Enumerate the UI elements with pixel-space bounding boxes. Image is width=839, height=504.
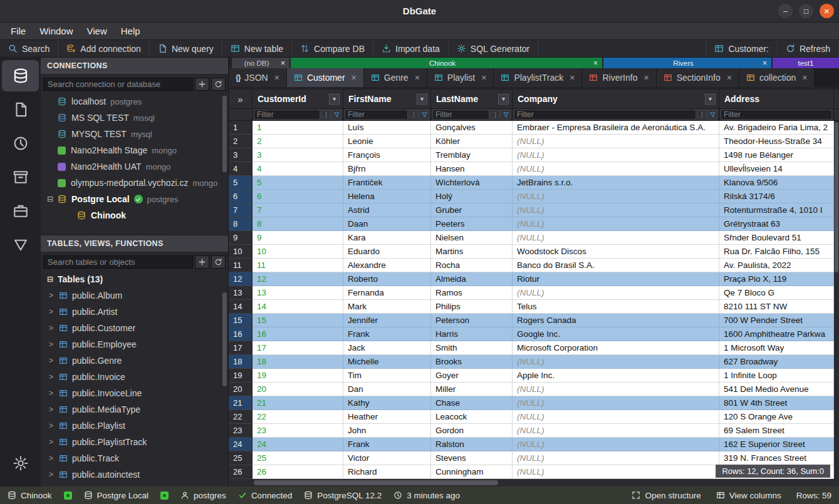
cell-lastname[interactable]: Gonçalves — [431, 121, 513, 135]
status-postgre-local[interactable]: Postgre Local — [84, 491, 149, 500]
cell-company[interactable]: (NULL) — [513, 438, 719, 451]
cell-lastname[interactable]: Brooks — [431, 355, 513, 369]
cell-firstname[interactable]: Roberto — [343, 272, 431, 286]
connection-item-olympus-medportal-vychozi-cz[interactable]: olympus-medportal.vychozi.czmongo — [41, 175, 228, 191]
close-icon[interactable]: × — [281, 59, 285, 68]
table-row[interactable]: 1313FernandaRamos(NULL)Qe 7 Bloco G — [229, 286, 839, 300]
tables-group-row[interactable]: ⊟ Tables (13) — [41, 271, 228, 287]
cell-company[interactable]: Embraer - Empresa Brasileira de Aeronáut… — [513, 121, 719, 135]
cell-address[interactable]: Av. Paulista, 2022 — [719, 259, 834, 272]
cell-company[interactable]: (NULL) — [513, 162, 719, 176]
cell-customerid[interactable]: 24 — [253, 438, 343, 451]
status-connected[interactable]: Connected — [238, 491, 292, 500]
cell-firstname[interactable]: Jennifer — [343, 314, 431, 327]
toolbar-compare-db-button[interactable]: Compare DB — [292, 40, 373, 57]
db-group-rivers[interactable]: Rivers× — [603, 58, 771, 68]
table-row[interactable]: 1010EduardoMartinsWoodstock DiscosRua Dr… — [229, 245, 839, 259]
table-item-public-track[interactable]: >public.Track — [41, 450, 228, 466]
cell-lastname[interactable]: Rocha — [431, 259, 513, 272]
cell-lastname[interactable]: Philips — [431, 300, 513, 314]
cell-lastname[interactable]: Peeters — [431, 217, 513, 231]
cell-customerid[interactable]: 20 — [253, 383, 343, 396]
cell-address[interactable]: Qe 7 Bloco G — [719, 286, 834, 300]
table-row[interactable]: 99KaraNielsen(NULL)Sřnder Boulevard 51 — [229, 231, 839, 245]
tab-genre[interactable]: Genre× — [364, 68, 427, 87]
cell-lastname[interactable]: Köhler — [431, 135, 513, 148]
table-item-public-mediatype[interactable]: >public.MediaType — [41, 401, 228, 418]
cell-firstname[interactable]: Alexandre — [343, 259, 431, 272]
cell-address[interactable]: Klanova 9/506 — [719, 176, 834, 190]
vertical-scrollbar-thumb[interactable] — [835, 122, 838, 272]
connection-item-nano2health-uat[interactable]: Nano2Health UATmongo — [41, 158, 228, 175]
column-header-customerid[interactable]: CustomerId▾ — [253, 90, 343, 108]
cell-firstname[interactable]: Frank — [343, 327, 431, 341]
cell-customerid[interactable]: 16 — [253, 327, 343, 341]
cell-firstname[interactable]: Tim — [343, 369, 431, 383]
table-item-public-invoiceline[interactable]: >public.InvoiceLine — [41, 385, 228, 401]
table-row[interactable]: 1616FrankHarrisGoogle Inc.1600 Amphithea… — [229, 327, 839, 341]
cell-lastname[interactable]: Gruber — [431, 203, 513, 217]
cell-firstname[interactable]: Fernanda — [343, 286, 431, 300]
toolbar-import-data-button[interactable]: Import data — [373, 40, 449, 57]
cell-firstname[interactable]: François — [343, 148, 431, 162]
cell-customerid[interactable]: 7 — [253, 203, 343, 217]
collapse-columns-button[interactable]: » — [229, 90, 253, 108]
connection-item-mysql-test[interactable]: MYSQL TESTmysql — [41, 126, 228, 142]
table-item-public-playlist[interactable]: >public.Playlist — [41, 418, 228, 434]
close-icon[interactable]: × — [570, 73, 575, 83]
cell-customerid[interactable]: 23 — [253, 424, 343, 438]
sidebar-files-button[interactable] — [2, 94, 39, 125]
menu-item-help[interactable]: Help — [114, 24, 147, 38]
cell-firstname[interactable]: Mark — [343, 300, 431, 314]
table-row[interactable]: 66HelenaHolý(NULL)Rilská 3174/6 — [229, 190, 839, 203]
table-item-public-album[interactable]: >public.Album — [41, 287, 228, 304]
cell-firstname[interactable]: John — [343, 424, 431, 438]
table-row[interactable]: 44BjřrnHansen(NULL)Ullevĺlsveien 14 — [229, 162, 839, 176]
filter-menu-button[interactable] — [697, 110, 707, 120]
close-icon[interactable]: × — [802, 73, 807, 83]
table-row[interactable]: 22LeonieKöhler(NULL)Theodor-Heuss-Straße… — [229, 135, 839, 148]
menu-item-view[interactable]: View — [80, 24, 114, 38]
sidebar-connections-button[interactable] — [2, 60, 39, 91]
filter-funnel-icon[interactable] — [419, 110, 429, 120]
cell-address[interactable]: 627 Broadway — [719, 355, 834, 369]
filter-menu-button[interactable] — [409, 110, 419, 120]
cell-lastname[interactable]: Goyer — [431, 369, 513, 383]
cell-company[interactable]: (NULL) — [513, 424, 719, 438]
close-icon[interactable]: × — [274, 73, 279, 83]
table-row[interactable]: 1919TimGoyerApple Inc.1 Infinite Loop — [229, 369, 839, 383]
cell-firstname[interactable]: Helena — [343, 190, 431, 203]
cell-customerid[interactable]: 14 — [253, 300, 343, 314]
close-icon[interactable]: × — [763, 59, 767, 68]
cell-address[interactable]: Ullevĺlsveien 14 — [719, 162, 834, 176]
connection-item-nano2health-stage[interactable]: Nano2Health Stagemongo — [41, 142, 228, 158]
connection-item-ms-sql-test[interactable]: MS SQL TESTmssql — [41, 110, 228, 126]
table-item-public-customer[interactable]: >public.Customer — [41, 320, 228, 336]
cell-customerid[interactable]: 1 — [253, 121, 343, 135]
cell-firstname[interactable]: Jack — [343, 341, 431, 355]
cell-lastname[interactable]: Almeida — [431, 272, 513, 286]
tab-customer[interactable]: Customer× — [287, 68, 364, 87]
cell-lastname[interactable]: Martins — [431, 245, 513, 259]
cell-customerid[interactable]: 11 — [253, 259, 343, 272]
horizontal-scrollbar[interactable] — [229, 479, 839, 486]
connection-item-localhost[interactable]: localhostpostgres — [41, 93, 228, 110]
connection-item-chinook[interactable]: Chinook — [41, 207, 228, 224]
cell-address[interactable]: Rotenturmstraße 4, 1010 I — [719, 203, 834, 217]
cell-lastname[interactable]: Leacock — [431, 410, 513, 424]
cell-address[interactable]: Praça Pio X, 119 — [719, 272, 834, 286]
cell-address[interactable]: 1 Infinite Loop — [719, 369, 834, 383]
close-icon[interactable]: × — [415, 73, 420, 83]
cell-customerid[interactable]: 5 — [253, 176, 343, 190]
column-header-lastname[interactable]: LastName▾ — [431, 90, 513, 108]
cell-company[interactable]: (NULL) — [513, 355, 719, 369]
vertical-scrollbar[interactable] — [834, 121, 839, 479]
table-row[interactable]: 1515JenniferPetersonRogers Canada700 W P… — [229, 314, 839, 327]
cell-customerid[interactable]: 8 — [253, 217, 343, 231]
connections-scrollbar[interactable] — [222, 96, 227, 172]
tables-scrollbar[interactable] — [222, 292, 227, 386]
collapse-icon[interactable]: ⊟ — [47, 195, 56, 203]
cell-address[interactable]: Rilská 3174/6 — [719, 190, 834, 203]
cell-company[interactable]: (NULL) — [513, 148, 719, 162]
cell-lastname[interactable]: Chase — [431, 396, 513, 410]
